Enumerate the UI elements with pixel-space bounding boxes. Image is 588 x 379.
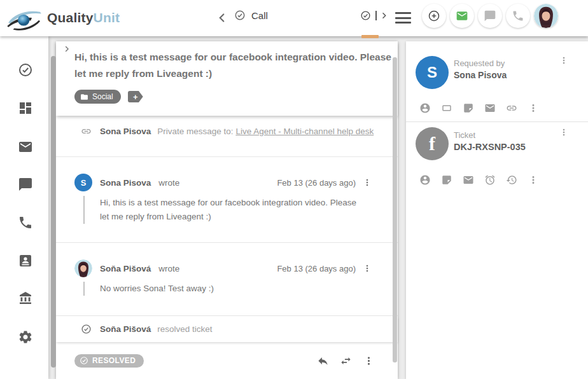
ticket-label: Ticket (454, 130, 475, 140)
sidebar-item-settings[interactable] (18, 329, 33, 345)
sidebar-item-calls[interactable] (18, 215, 33, 230)
more-vert-icon[interactable] (362, 263, 372, 273)
brand-secondary: Unit (94, 10, 120, 25)
link-icon[interactable] (506, 102, 517, 114)
action-label: wrote (158, 178, 179, 188)
message-body: No worries Sona! Test away :) (83, 282, 363, 296)
more-vert-icon[interactable] (528, 174, 539, 186)
tab-scroll-left-icon[interactable] (215, 11, 229, 25)
ticket-id[interactable]: DKJ-RXSNP-035 (454, 142, 526, 152)
ticket-title: Hi, this is a test message for our faceb… (74, 49, 391, 82)
ticket-detail-panel: Hi, this is a test message for our faceb… (56, 41, 398, 379)
plus-circle-icon (428, 10, 440, 22)
brand-name: QualityUnit (47, 10, 120, 25)
person-icon[interactable] (419, 102, 431, 114)
chat-bubble-icon (484, 10, 496, 22)
facebook-channel-icon[interactable]: f (416, 127, 449, 160)
private-message-text: Sona PisovaPrivate message to: Live Agen… (100, 127, 374, 136)
check-circle-icon (81, 324, 92, 334)
tag-label: Social (92, 92, 113, 101)
agent-photo-icon (74, 259, 92, 277)
footer-actions (317, 355, 375, 367)
ticket-header: Hi, this is a test message for our faceb… (56, 41, 398, 116)
reply-icon[interactable] (317, 355, 329, 367)
chevron-right-icon (379, 11, 389, 20)
message-item: Soňa Pišová wrote Feb 13 (26 days ago) N… (56, 243, 398, 316)
author-name: Sona Pisova (100, 127, 151, 136)
ticket-footer: RESOLVED (56, 342, 398, 379)
avatar: S (74, 174, 92, 191)
tab-call[interactable]: Call (234, 10, 268, 21)
message-item: S Sona Pisova wrote Feb 13 (26 days ago)… (56, 157, 398, 243)
note-icon[interactable] (463, 102, 474, 114)
tab-active-ticket[interactable] (360, 10, 389, 21)
private-label: Private message to: (157, 127, 233, 136)
author-name: Sona Pisova (100, 178, 151, 188)
alarm-icon[interactable] (484, 174, 496, 186)
check-circle-icon (360, 10, 371, 21)
requester-name[interactable]: Sona Pisova (454, 70, 507, 80)
thread-scrollbar[interactable] (393, 57, 397, 362)
ticket-actions (419, 174, 539, 186)
user-avatar[interactable] (534, 4, 558, 28)
tags-row: Social + (74, 90, 143, 104)
avatar (74, 259, 92, 277)
note-icon[interactable] (441, 174, 452, 186)
more-vert-icon[interactable] (363, 355, 375, 367)
agent-photo-icon (534, 4, 558, 28)
tab-menu-button[interactable] (395, 11, 411, 25)
message-body: Hi, this is a test message for our faceb… (83, 196, 363, 224)
message-date: Feb 13 (26 days ago) (277, 178, 356, 188)
chats-button[interactable] (478, 4, 502, 28)
phone-icon (512, 10, 524, 22)
sidebar-item-contacts[interactable] (18, 253, 33, 268)
mail-icon[interactable] (484, 102, 496, 114)
more-vert-icon[interactable] (559, 127, 569, 137)
emails-button[interactable] (450, 4, 474, 28)
transfer-icon[interactable] (340, 355, 352, 367)
history-icon[interactable] (506, 174, 517, 186)
requester-actions (419, 102, 539, 114)
author-name: Soňa Pišová (100, 324, 151, 334)
requester-card: S Requested by Sona Pisova (406, 41, 588, 122)
left-nav-sidebar (0, 36, 48, 379)
check-circle-icon (234, 10, 246, 21)
resolved-text: Soňa Pišováresolved ticket (100, 324, 213, 334)
more-vert-icon[interactable] (528, 102, 539, 114)
tag-social[interactable]: Social (74, 90, 121, 104)
sidebar-item-dashboard[interactable] (18, 100, 33, 116)
sidebar-item-chat[interactable] (18, 177, 33, 192)
private-target-link[interactable]: Live Agent - Multi-channel help desk (235, 127, 374, 136)
action-label: resolved ticket (157, 324, 212, 334)
app-logo[interactable]: QualityUnit (5, 3, 120, 33)
add-new-button[interactable] (422, 4, 446, 28)
sidebar-item-companies[interactable] (18, 291, 33, 306)
more-vert-icon[interactable] (559, 55, 569, 65)
status-badge[interactable]: RESOLVED (74, 354, 144, 368)
brand-primary: Quality (47, 10, 94, 25)
sidebar-item-tickets[interactable] (18, 62, 33, 78)
requester-avatar[interactable]: S (416, 56, 449, 89)
more-vert-icon[interactable] (362, 177, 372, 188)
top-bar: QualityUnit Call (0, 0, 588, 36)
ticket-list-scrollbar[interactable] (51, 56, 56, 368)
tab-call-label: Call (251, 10, 268, 21)
message-header: S Sona Pisova wrote Feb 13 (26 days ago) (56, 174, 398, 191)
sidebar-item-mail[interactable] (18, 139, 33, 155)
check-circle-icon (80, 356, 88, 365)
folder-icon (80, 93, 88, 101)
status-label: RESOLVED (92, 356, 136, 365)
expand-header-icon[interactable] (62, 45, 71, 53)
link-icon (81, 126, 92, 137)
mail-icon[interactable] (463, 174, 474, 186)
ticket-info-card: f Ticket DKJ-RXSNP-035 (406, 122, 588, 197)
add-tag-button[interactable]: + (128, 91, 143, 102)
requester-label: Requested by (454, 59, 505, 68)
event-private-message: Sona PisovaPrivate message to: Live Agen… (56, 116, 398, 157)
message-date: Feb 13 (26 days ago) (277, 264, 356, 273)
ticket-info-sidebar: S Requested by Sona Pisova f Ticket DKJ-… (406, 41, 588, 379)
calls-button[interactable] (506, 4, 530, 28)
action-label: wrote (158, 264, 179, 273)
card-icon[interactable] (441, 102, 452, 114)
person-icon[interactable] (419, 174, 431, 186)
